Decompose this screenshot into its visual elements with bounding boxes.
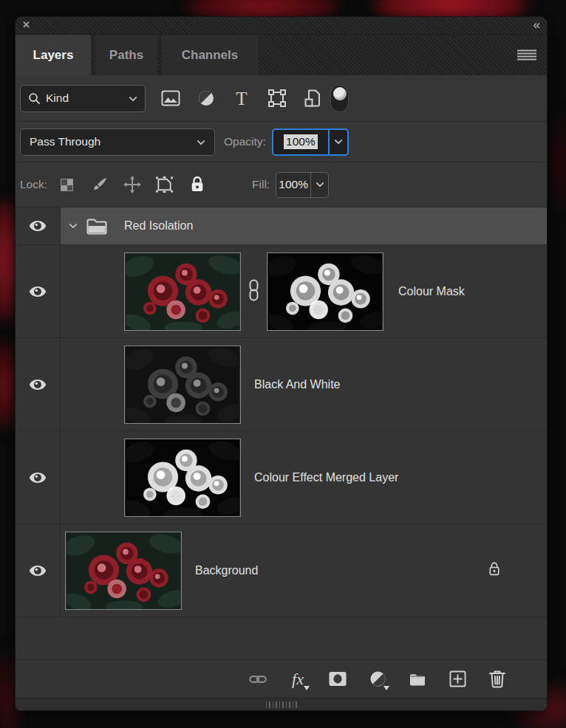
layer-name[interactable]: Black And White [254,378,341,391]
fill-label: Fill: [252,178,270,191]
layer-filtering-toggle[interactable] [330,85,349,112]
lock-icons [58,176,206,194]
filter-kind-dropdown[interactable]: Kind [20,85,146,112]
layer-name[interactable]: Colour Effect Merged Layer [254,471,398,484]
add-layer-mask-icon[interactable] [329,669,347,690]
resize-grip-handle[interactable] [266,701,297,708]
chevron-down-icon[interactable] [65,223,81,229]
fx-menu-arrow-icon [304,686,310,690]
layer-thumbnail[interactable] [124,439,241,517]
filter-row: Kind T [16,75,547,122]
panel-titlebar[interactable]: ✕ « [16,17,547,35]
tab-layers[interactable]: Layers [16,35,91,75]
filter-type-icons: T [160,88,323,109]
layer-thumbnail[interactable] [65,532,182,610]
adjustment-layer-filter-icon[interactable] [196,88,216,109]
eye-icon[interactable] [28,378,47,391]
lock-position-icon[interactable] [123,176,141,194]
visibility-column [16,431,61,523]
tab-channels[interactable]: Channels [162,35,258,75]
layer-row-body[interactable]: Black And White [61,338,547,430]
layer-name[interactable]: Colour Mask [398,285,465,298]
layer-row-body[interactable]: Colour Mask [61,245,547,337]
layer-effects-icon[interactable]: fx [289,669,307,690]
layer-row[interactable]: Black And White [16,338,547,431]
visibility-column [16,245,61,337]
lock-artboard-icon[interactable] [155,176,174,194]
opacity-value[interactable]: 100% [284,134,318,149]
toggle-knob [333,87,347,100]
layer-lock-icon [488,561,501,580]
opacity-label: Opacity: [224,135,266,148]
blend-mode-dropdown[interactable]: Pass Through [20,128,215,156]
group-row-body[interactable]: Red Isolation [61,207,547,244]
close-icon[interactable]: ✕ [22,19,30,30]
link-layers-icon[interactable] [249,669,267,690]
layer-thumbnail[interactable] [124,346,241,424]
layer-name[interactable]: Red Isolation [124,219,193,233]
lock-row: Lock: [16,162,547,207]
layer-row-background[interactable]: Background [16,524,547,617]
search-icon [28,92,41,105]
opacity-dropdown-icon[interactable] [328,130,347,154]
new-adjustment-layer-icon[interactable] [369,669,386,690]
pixel-layer-filter-icon[interactable] [160,88,181,109]
layer-list-empty-area[interactable] [16,617,547,659]
eye-icon[interactable] [28,564,47,577]
chevron-down-icon [197,135,205,148]
layer-row-body[interactable]: Colour Effect Merged Layer [61,431,547,523]
eye-icon[interactable] [28,471,47,484]
panel-menu-icon[interactable] [517,49,536,61]
layers-panel: ✕ « Layers Paths Channels Kind [15,16,548,711]
delete-layer-icon[interactable] [488,669,506,690]
type-layer-filter-icon[interactable]: T [231,88,252,109]
fill-value[interactable]: 100% [276,173,310,197]
lock-pixels-icon[interactable] [90,176,109,194]
lock-all-icon[interactable] [188,176,206,194]
layer-list: Red Isolation [16,207,547,659]
visibility-column [16,524,61,617]
chevron-down-icon [129,92,137,105]
fill-dropdown-icon[interactable] [310,173,328,197]
eye-icon[interactable] [28,285,47,298]
layer-thumbnail[interactable] [124,253,241,331]
layer-row-group[interactable]: Red Isolation [16,207,547,245]
group-folder-icon [86,217,108,235]
panel-tabbar: Layers Paths Channels [16,35,547,75]
mask-link-icon[interactable] [248,279,259,304]
new-layer-icon[interactable] [449,669,466,690]
layer-name[interactable]: Background [195,564,258,577]
layer-row[interactable]: Colour Effect Merged Layer [16,431,547,524]
filter-kind-label: Kind [46,92,69,105]
lock-transparency-icon[interactable] [58,176,76,194]
layer-mask-thumbnail[interactable] [267,253,383,331]
smart-object-filter-icon[interactable] [302,88,323,109]
panel-toolbar: fx [16,659,547,698]
layer-row-body[interactable]: Background [61,524,547,617]
layer-row[interactable]: Colour Mask [16,245,547,338]
lock-label: Lock: [20,178,47,191]
visibility-column [16,338,61,430]
visibility-column [16,207,61,244]
blend-mode-value: Pass Through [30,135,100,148]
rose-photo-fragment [548,111,566,214]
fx-label: fx [292,670,304,689]
fill-field[interactable]: 100% [276,172,329,198]
opacity-field[interactable]: 100% [272,128,349,156]
panel-resize-strip [16,698,547,710]
blend-row: Pass Through Opacity: 100% [16,122,547,162]
eye-icon[interactable] [28,219,47,233]
adjustment-menu-arrow-icon [383,686,389,690]
tab-paths[interactable]: Paths [95,35,157,75]
shape-layer-filter-icon[interactable] [267,88,287,109]
new-group-icon[interactable] [409,669,426,690]
collapse-panel-icon[interactable]: « [533,18,539,32]
